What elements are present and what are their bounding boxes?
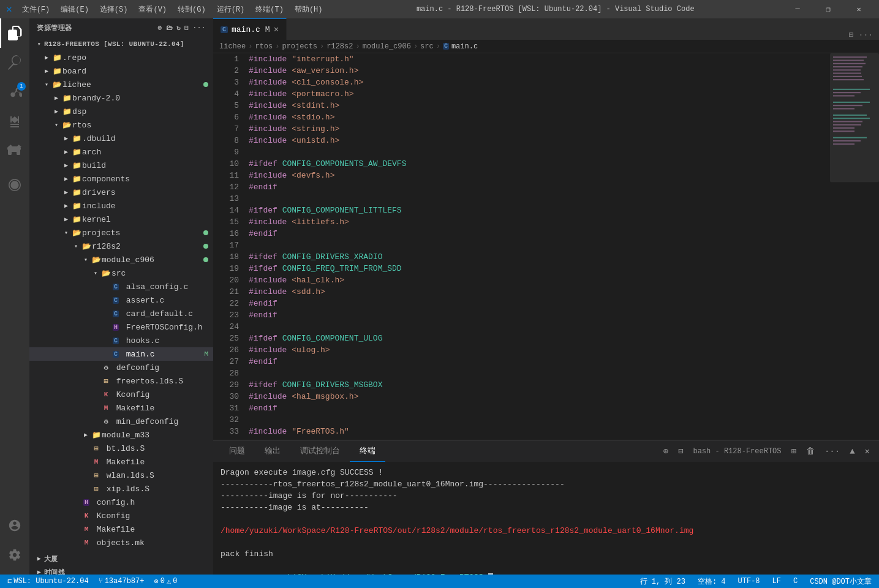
account-icon[interactable] <box>0 511 29 540</box>
tree-item-config-h[interactable]: ▶ config.h <box>29 496 213 509</box>
code-content[interactable]: #include "interrupt.h" #include <aw_vers… <box>244 53 830 440</box>
extensions-icon[interactable] <box>0 136 29 165</box>
language-mode-item[interactable]: C <box>791 577 800 586</box>
custom-status-item[interactable]: CSDN @DOT小文章 <box>807 576 874 587</box>
git-branch-item[interactable]: ⑂ 13a47b87+ <box>96 577 147 586</box>
tree-item-dbuild[interactable]: ▶ 📁 .dbuild <box>29 132 213 145</box>
tree-item-makefile-m33[interactable]: ▶ M Makefile <box>29 455 213 469</box>
panel-tab-output[interactable]: 输出 <box>255 440 290 462</box>
encoding-item[interactable]: UTF-8 <box>736 577 763 586</box>
terminal-content[interactable]: Dragon execute image.cfg SUCCESS ! -----… <box>213 462 879 575</box>
tree-item-dsp[interactable]: ▶ 📁 dsp <box>29 105 213 118</box>
tree-item-arch[interactable]: ▶ 📁 arch <box>29 145 213 159</box>
breadcrumb-r128s2[interactable]: r128s2 <box>326 42 353 51</box>
maximize-panel-icon[interactable]: ▲ <box>847 445 858 458</box>
menu-select[interactable]: 选择(S) <box>95 3 133 16</box>
breadcrumb-src[interactable]: src <box>420 42 434 51</box>
errors-item[interactable]: ⊗ 0 ⚠ 0 <box>151 577 179 586</box>
tree-item-bt-lds[interactable]: ▶ ⊞ bt.lds.S <box>29 442 213 455</box>
tree-item-min-defconfig[interactable]: ▶ ⚙ min_defconfig <box>29 415 213 428</box>
tree-item-freertos-lds[interactable]: ▶ ⊞ freertos.lds.S <box>29 374 213 388</box>
source-control-icon[interactable]: 1 <box>0 77 29 107</box>
remote-icon[interactable] <box>0 170 29 200</box>
tree-item-projects[interactable]: ▾ 📂 projects <box>29 226 213 239</box>
maximize-button[interactable]: ❐ <box>814 0 842 18</box>
new-folder-icon[interactable]: 🗁 <box>166 24 173 32</box>
split-editor-icon[interactable]: ⊟ <box>849 30 854 40</box>
remote-status-item[interactable]: ⊏ WSL: Ubuntu-22.04 <box>5 577 91 586</box>
menu-edit[interactable]: 编辑(E) <box>56 3 94 16</box>
breadcrumb-module-c906[interactable]: module_c906 <box>363 42 411 51</box>
line-ending-item[interactable]: LF <box>770 577 783 586</box>
tree-item-rtos[interactable]: ▾ 📂 rtos <box>29 118 213 132</box>
tree-item-components[interactable]: ▶ 📁 components <box>29 172 213 186</box>
tree-item-include[interactable]: ▶ 📁 include <box>29 199 213 213</box>
panel-tab-terminal[interactable]: 终端 <box>350 440 385 462</box>
tree-item-main[interactable]: ▶ main.c M <box>29 347 213 361</box>
breadcrumb-rtos[interactable]: rtos <box>255 42 273 51</box>
menu-goto[interactable]: 转到(G) <box>173 3 211 16</box>
search-icon[interactable] <box>0 48 29 77</box>
new-terminal-icon[interactable]: ⊕ <box>660 445 671 458</box>
minimize-button[interactable]: — <box>783 0 812 18</box>
collapse-icon[interactable]: ⊟ <box>184 24 189 32</box>
refresh-icon[interactable]: ↻ <box>176 24 181 32</box>
tree-item-drivers[interactable]: ▶ 📁 drivers <box>29 186 213 199</box>
tree-item-kconfig[interactable]: ▶ K Kconfig <box>29 388 213 401</box>
tree-root[interactable]: ▾ R128-FREERTOS [WSL: UBUNTU-22.04] <box>29 37 213 51</box>
panel-tab-problems[interactable]: 问题 <box>219 440 255 462</box>
menu-terminal[interactable]: 终端(T) <box>251 3 289 16</box>
tree-item-lichee[interactable]: ▾ 📂 lichee <box>29 78 213 91</box>
indent-item[interactable]: 空格: 4 <box>695 576 728 587</box>
close-panel-icon[interactable]: ✕ <box>862 445 873 458</box>
tree-item-build[interactable]: ▶ 📁 build <box>29 159 213 172</box>
tree-item-timeline[interactable]: ▶ 时间线 <box>29 565 213 575</box>
cursor-position-item[interactable]: 行 1, 列 23 <box>638 576 688 587</box>
kill-terminal-icon[interactable]: 🗑 <box>803 445 818 458</box>
tab-close-icon[interactable]: ✕ <box>274 25 279 34</box>
menu-file[interactable]: 文件(F) <box>17 3 55 16</box>
tree-item-repo[interactable]: ▶ 📁 .repo <box>29 51 213 64</box>
tab-main-c[interactable]: C main.c M ✕ <box>213 18 287 40</box>
tree-item-kconfig-rtos[interactable]: ▶ K Kconfig <box>29 509 213 522</box>
tree-item-module-c906[interactable]: ▾ 📂 module_c906 <box>29 253 213 266</box>
new-file-icon[interactable]: ⊕ <box>157 24 162 32</box>
breadcrumb-projects[interactable]: projects <box>282 42 317 51</box>
settings-icon[interactable] <box>0 540 29 570</box>
more-actions-icon[interactable]: ··· <box>193 24 206 32</box>
terminal-more-icon[interactable]: ··· <box>821 445 843 458</box>
menu-help[interactable]: 帮助(H) <box>290 3 328 16</box>
tree-item-src[interactable]: ▾ 📂 src <box>29 266 213 280</box>
tree-item-objects-mk[interactable]: ▶ M objects.mk <box>29 536 213 549</box>
tree-item-board[interactable]: ▶ 📁 board <box>29 64 213 78</box>
breadcrumb-file[interactable]: main.c <box>451 42 478 51</box>
tree-item-defconfig[interactable]: ▶ ⚙ defconfig <box>29 361 213 374</box>
tree-item-module-m33[interactable]: ▶ 📁 module_m33 <box>29 428 213 442</box>
tree-item-wlan-lds[interactable]: ▶ ⊞ wlan.lds.S <box>29 469 213 482</box>
tree-item-makefile-c906[interactable]: ▶ M Makefile <box>29 401 213 415</box>
tree-item-card-default[interactable]: ▶ card_default.c <box>29 307 213 320</box>
close-button[interactable]: ✕ <box>845 0 873 18</box>
tree-item-r128s2[interactable]: ▾ 📂 r128s2 <box>29 239 213 253</box>
run-debug-icon[interactable] <box>0 107 29 136</box>
panel-tab-debug-console[interactable]: 调试控制台 <box>290 440 350 462</box>
breadcrumb-lichee[interactable]: lichee <box>219 42 246 51</box>
tree-item-alsa-config[interactable]: ▶ alsa_config.c <box>29 280 213 293</box>
more-actions-icon[interactable]: ··· <box>859 31 873 40</box>
terminal-grid-icon[interactable]: ⊞ <box>788 445 799 458</box>
tree-item-dajie[interactable]: ▶ 大厦 <box>29 552 213 565</box>
menu-run[interactable]: 运行(R) <box>212 3 250 16</box>
tree-item-freertos-config[interactable]: ▶ FreeRTOSConfig.h <box>29 320 213 334</box>
menu-view[interactable]: 查看(V) <box>134 3 172 16</box>
menu-bar: 文件(F) 编辑(E) 选择(S) 查看(V) 转到(G) 运行(R) 终端(T… <box>17 3 328 16</box>
tree-item-brandy[interactable]: ▶ 📁 brandy-2.0 <box>29 91 213 105</box>
tree-item-makefile-rtos[interactable]: ▶ M Makefile <box>29 522 213 536</box>
folder-icon: 📁 <box>61 107 72 116</box>
tree-item-xip-lds[interactable]: ▶ ⊞ xip.lds.S <box>29 482 213 496</box>
kernel-arrow: ▶ <box>61 216 71 223</box>
tree-item-hooks[interactable]: ▶ hooks.c <box>29 334 213 347</box>
tree-item-kernel[interactable]: ▶ 📁 kernel <box>29 213 213 226</box>
split-terminal-icon[interactable]: ⊟ <box>675 445 686 458</box>
explorer-icon[interactable] <box>0 18 29 48</box>
tree-item-assert[interactable]: ▶ assert.c <box>29 293 213 307</box>
